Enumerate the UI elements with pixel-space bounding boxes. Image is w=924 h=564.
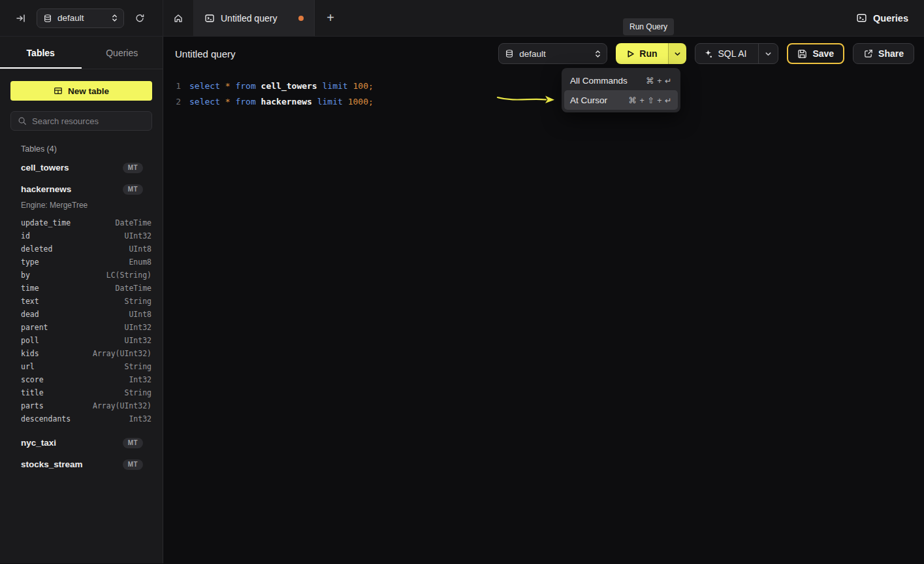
table-name: stocks_stream <box>21 459 83 469</box>
column-type: UInt32 <box>124 336 151 345</box>
queries-icon <box>856 12 867 24</box>
console-tab-icon <box>204 13 215 24</box>
tables-list: cell_towersMThackernewsMTEngine: MergeTr… <box>0 157 163 475</box>
sidebar: Tables Queries New table <box>0 37 163 563</box>
unsaved-indicator <box>298 16 304 21</box>
home-tab-button[interactable] <box>163 0 194 36</box>
column-type: String <box>124 297 151 306</box>
table-name: nyc_taxi <box>21 438 56 448</box>
tab-untitled-query[interactable]: Untitled query <box>194 0 315 36</box>
refresh-icon <box>135 13 145 24</box>
tables-section-header: Tables (4) <box>21 144 152 154</box>
search-box <box>10 111 152 131</box>
sidebar-tabs: Tables Queries <box>0 37 163 69</box>
column-row-id: idUInt32 <box>21 229 151 242</box>
table-name: hackernews <box>21 184 71 194</box>
topbar: default <box>0 0 924 37</box>
run-menu-item-at-cursor[interactable]: At Cursor⌘ + ⇧ + ↵ <box>564 90 678 110</box>
column-name: score <box>21 375 44 384</box>
sql-ai-options[interactable] <box>758 44 778 63</box>
column-type: Array(UInt32) <box>93 401 151 410</box>
column-type: UInt32 <box>124 231 151 241</box>
main-panel: Untitled query default <box>163 37 924 563</box>
editor-controls: default <box>498 43 914 64</box>
queries-button[interactable]: Queries <box>856 12 908 24</box>
chevron-down-icon <box>674 50 681 58</box>
column-type: DateTime <box>116 218 151 227</box>
column-type: Array(UInt32) <box>93 349 151 358</box>
columns-list: update_timeDateTimeidUInt32deletedUInt8t… <box>0 214 163 432</box>
column-row-time: timeDateTime <box>21 282 151 295</box>
menu-item-shortcut: ⌘ + ⇧ + ↵ <box>629 95 672 105</box>
table-item-stocks_stream[interactable]: stocks_streamMT <box>0 454 163 475</box>
collapse-sidebar-icon <box>16 13 26 24</box>
column-row-parent: parentUInt32 <box>21 321 151 334</box>
column-row-type: typeEnum8 <box>21 256 151 269</box>
column-name: text <box>21 297 39 306</box>
page-title: Untitled query <box>175 48 236 59</box>
code-text: select * from cell_towers limit 100; <box>189 78 374 94</box>
tabstrip: Untitled query + <box>163 0 346 36</box>
sql-ai-button[interactable]: SQL AI <box>695 43 779 64</box>
menu-item-shortcut: ⌘ + ↵ <box>646 76 672 86</box>
database-selector-editor[interactable]: default <box>498 43 607 64</box>
column-row-deleted: deletedUInt8 <box>21 242 151 256</box>
run-menu-item-all-commands[interactable]: All Commands⌘ + ↵ <box>564 71 678 90</box>
run-button[interactable]: Run <box>616 43 667 64</box>
save-button[interactable]: Save <box>787 43 844 64</box>
column-row-score: scoreInt32 <box>21 373 151 386</box>
table-item-nyc_taxi[interactable]: nyc_taxiMT <box>0 432 163 454</box>
database-selector-value: default <box>57 13 106 23</box>
code-text: select * from hackernews limit 1000; <box>189 94 374 110</box>
queries-button-label: Queries <box>873 13 908 24</box>
column-row-by: byLC(String) <box>21 269 151 282</box>
column-name: url <box>21 362 35 371</box>
run-button-label: Run <box>639 48 657 59</box>
engine-badge: MT <box>123 459 143 470</box>
refresh-button[interactable] <box>132 10 148 26</box>
new-table-button[interactable]: New table <box>10 81 152 101</box>
app-root: default <box>0 0 924 564</box>
sidebar-tab-queries[interactable]: Queries <box>82 37 163 69</box>
column-name: dead <box>21 310 39 319</box>
run-split-button: Run <box>616 43 686 64</box>
line-number: 2 <box>163 94 181 110</box>
sidebar-tab-tables[interactable]: Tables <box>0 37 82 69</box>
home-icon <box>173 13 183 24</box>
column-type: Int32 <box>129 375 151 384</box>
table-item-hackernews[interactable]: hackernewsMT <box>0 178 163 200</box>
column-type: String <box>124 388 151 397</box>
updown-chevrons-icon <box>595 50 601 58</box>
database-icon <box>43 14 52 23</box>
chevron-down-icon <box>765 50 772 58</box>
column-row-url: urlString <box>21 360 151 373</box>
search-input[interactable] <box>32 116 147 126</box>
column-name: type <box>21 257 39 267</box>
new-table-label: New table <box>68 86 109 96</box>
run-options-button[interactable] <box>668 43 686 64</box>
share-button[interactable]: Share <box>853 43 914 64</box>
column-type: UInt32 <box>124 323 151 332</box>
run-menu: All Commands⌘ + ↵At Cursor⌘ + ⇧ + ↵ <box>562 68 680 112</box>
run-query-tooltip: Run Query <box>623 18 674 35</box>
new-tab-button[interactable]: + <box>315 0 346 36</box>
column-name: update_time <box>21 218 71 227</box>
table-item-cell_towers[interactable]: cell_towersMT <box>0 157 163 178</box>
database-icon <box>505 49 514 58</box>
column-row-text: textString <box>21 295 151 308</box>
database-selector-value: default <box>519 49 590 59</box>
database-selector-topbar[interactable]: default <box>37 8 124 28</box>
tab-label: Untitled query <box>221 13 277 24</box>
line-number: 1 <box>163 78 181 94</box>
collapse-sidebar-button[interactable] <box>13 10 29 26</box>
column-name: descendants <box>21 414 71 423</box>
play-icon <box>626 50 635 58</box>
column-name: parts <box>21 401 44 410</box>
column-type: DateTime <box>116 284 151 293</box>
table-grid-icon <box>54 86 63 95</box>
column-row-parts: partsArray(UInt32) <box>21 399 151 412</box>
column-name: parent <box>21 323 48 332</box>
column-type: LC(String) <box>106 271 151 280</box>
engine-badge: MT <box>123 163 143 173</box>
column-row-kids: kidsArray(UInt32) <box>21 347 151 360</box>
